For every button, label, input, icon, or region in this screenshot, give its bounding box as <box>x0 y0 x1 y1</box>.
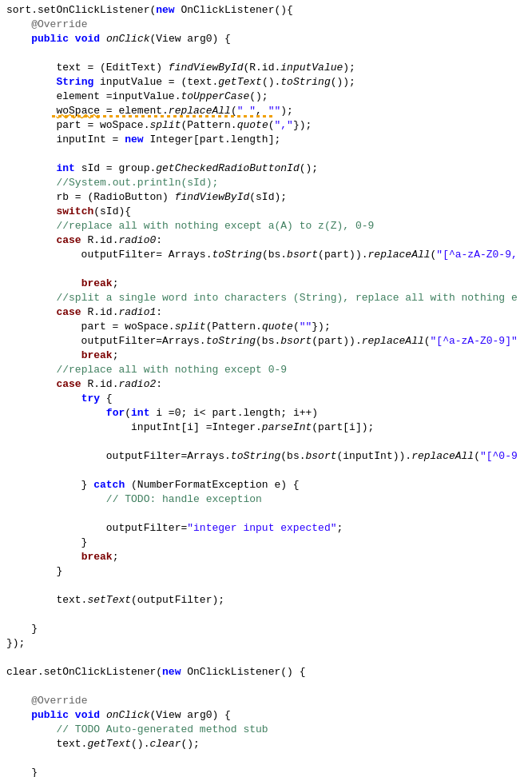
code-line: switch(sId){ <box>0 205 532 219</box>
token-plain: ( <box>125 407 131 419</box>
token-plain: (View arg0) { <box>149 709 230 721</box>
token-plain: ; <box>336 522 343 534</box>
token-plain: element =inputValue. <box>6 90 181 102</box>
token-plain: rb = (RadioButton) <box>6 191 175 203</box>
line-content <box>0 579 532 593</box>
code-line <box>0 262 532 277</box>
token-plain <box>6 723 56 735</box>
token-plain: i =0; i< part.length; i++) <box>149 407 318 419</box>
token-plain: clear.setOnClickListener( <box>6 666 162 678</box>
token-string: " " <box>237 105 256 117</box>
line-content <box>0 608 532 622</box>
code-line: } <box>0 766 532 777</box>
token-method: onClick <box>106 709 150 721</box>
token-annot: @Override <box>31 695 87 707</box>
token-plain <box>6 292 56 304</box>
token-kw: new <box>156 4 174 16</box>
line-content <box>0 651 532 665</box>
code-line: // TODO: handle exception <box>0 492 532 507</box>
token-plain: R.id. <box>81 306 119 318</box>
token-plain: }); <box>293 119 312 131</box>
line-content: case R.id.radio2: <box>0 377 532 392</box>
code-line: case R.id.radio0: <box>0 233 532 248</box>
line-content: String inputValue = (text.getText().toSt… <box>0 75 532 90</box>
token-method: setText <box>87 594 131 606</box>
token-plain: (Pattern. <box>206 321 262 333</box>
token-plain: OnClickListener(){ <box>175 4 293 16</box>
token-kw2: break <box>81 349 113 361</box>
code-line: @Override <box>0 694 532 708</box>
token-plain <box>6 105 56 117</box>
token-kw: int <box>56 162 74 174</box>
token-method: bsort <box>280 335 312 347</box>
token-plain: OnClickListener() { <box>181 666 305 678</box>
token-kw: String <box>56 76 93 88</box>
token-plain: (View arg0) { <box>149 33 230 45</box>
token-string: "[^a-zA-Z0-9, <box>436 249 517 261</box>
token-plain: (NumberFormatException e) { <box>125 479 299 491</box>
token-string: "" <box>300 321 312 333</box>
line-content <box>0 147 532 161</box>
code-line: case R.id.radio2: <box>0 377 532 392</box>
line-content: outputFilter= Arrays.toString(bs.bsort(p… <box>0 248 532 262</box>
code-line: break; <box>0 277 532 291</box>
token-plain: : <box>156 306 162 318</box>
token-kw: int <box>131 407 149 419</box>
token-italic: radio1 <box>118 306 156 318</box>
code-line: outputFilter=Arrays.toString(bs.bsort(in… <box>0 449 532 464</box>
token-plain <box>6 407 106 419</box>
token-plain: (bs. <box>256 335 280 347</box>
code-line: break; <box>0 550 532 564</box>
code-line: } <box>0 536 532 550</box>
token-plain <box>6 349 81 361</box>
line-content <box>0 751 532 766</box>
code-line <box>0 608 532 622</box>
token-comment: //split a single word into characters (S… <box>56 292 517 304</box>
token-plain: ; <box>113 277 119 289</box>
code-line: outputFilter=Arrays.toString(bs.bsort(pa… <box>0 334 532 349</box>
code-line: outputFilter="integer input expected"; <box>0 521 532 536</box>
line-content: break; <box>0 550 532 564</box>
token-plain: inputInt = <box>6 133 125 145</box>
token-method: quote <box>262 321 293 333</box>
token-plain: (sId); <box>249 191 287 203</box>
token-comment: //System.out.println(sId); <box>56 177 218 189</box>
token-plain: ( <box>474 450 480 462</box>
token-method: split <box>175 321 206 333</box>
code-line: } <box>0 564 532 579</box>
token-plain <box>6 205 56 217</box>
code-line: inputInt = new Integer[part.length]; <box>0 133 532 147</box>
code-line: //replace all with nothing except a(A) t… <box>0 219 532 233</box>
token-kw: void <box>75 709 100 721</box>
token-plain: inputInt[i] =Integer. <box>6 421 262 433</box>
token-plain <box>100 33 106 45</box>
token-method: split <box>149 119 181 131</box>
token-plain: : <box>156 378 162 390</box>
token-plain: (bs. <box>262 249 287 261</box>
token-method: quote <box>237 119 268 131</box>
token-plain <box>100 709 106 721</box>
line-content: part = woSpace.split(Pattern.quote(""}); <box>0 320 532 334</box>
line-content: woSpace = element.replaceAll(" ", ""); <box>0 104 532 118</box>
line-content: //split a single word into characters (S… <box>0 291 532 305</box>
token-plain: outputFilter= <box>6 522 187 534</box>
line-content: }); <box>0 636 532 651</box>
code-line <box>0 147 532 161</box>
token-plain: R.id. <box>81 378 119 390</box>
line-content <box>0 262 532 277</box>
token-plain: sId = group. <box>75 162 156 174</box>
token-string: "[^0-9 <box>480 450 518 462</box>
token-italic: radio0 <box>118 234 156 246</box>
token-plain <box>6 234 56 246</box>
token-method: getText <box>218 76 262 88</box>
token-plain: , <box>256 105 268 117</box>
line-content <box>0 679 532 694</box>
token-method: replaceAll <box>362 335 424 347</box>
line-content: outputFilter="integer input expected"; <box>0 521 532 536</box>
code-line: case R.id.radio1: <box>0 305 532 320</box>
line-content: public void onClick(View arg0) { <box>0 708 532 723</box>
line-content: outputFilter=Arrays.toString(bs.bsort(in… <box>0 449 532 464</box>
token-kw: void <box>75 33 100 45</box>
line-content: for(int i =0; i< part.length; i++) <box>0 406 532 420</box>
code-line <box>0 46 532 61</box>
